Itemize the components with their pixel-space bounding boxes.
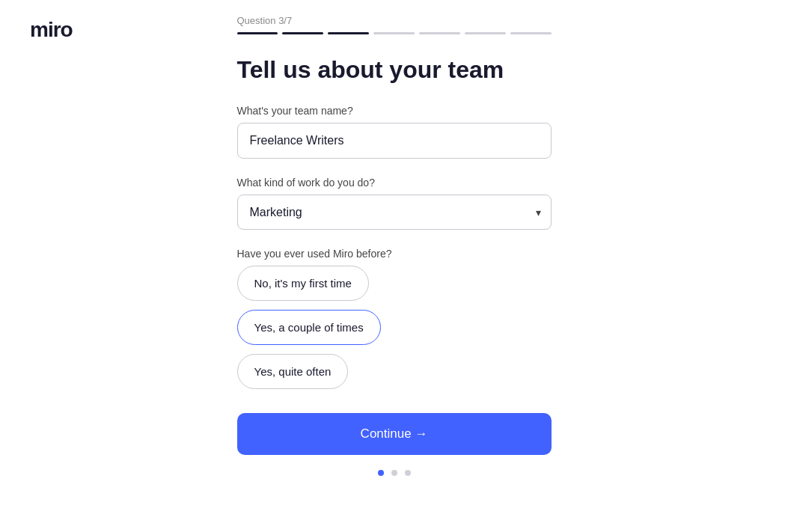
miro-usage-option-couple-times[interactable]: Yes, a couple of times (237, 310, 381, 345)
pagination-dot-1 (378, 470, 384, 476)
question-label: Question 3/7 (237, 15, 552, 26)
progress-segment-7 (510, 32, 552, 34)
work-kind-select-wrapper: Marketing Engineering Design Sales Produ… (237, 195, 552, 230)
team-name-label: What's your team name? (237, 105, 552, 117)
continue-button[interactable]: Continue → (237, 413, 552, 455)
page-title: Tell us about your team (237, 55, 552, 84)
pagination-dot-2 (391, 470, 397, 476)
progress-segment-6 (465, 32, 506, 34)
team-name-input[interactable] (237, 123, 552, 159)
progress-segment-3 (328, 32, 369, 34)
pagination-dots (237, 470, 552, 476)
miro-usage-option-first-time[interactable]: No, it's my first time (237, 266, 369, 301)
miro-logo: miro (30, 18, 73, 42)
progress-segment-2 (282, 32, 323, 34)
main-content: Question 3/7 Tell us about your team Wha… (237, 15, 552, 476)
miro-usage-options: No, it's my first time Yes, a couple of … (237, 266, 552, 389)
work-kind-select[interactable]: Marketing Engineering Design Sales Produ… (237, 195, 552, 230)
work-kind-field-group: What kind of work do you do? Marketing E… (237, 177, 552, 230)
work-kind-label: What kind of work do you do? (237, 177, 552, 189)
progress-segment-1 (237, 32, 278, 34)
miro-usage-option-quite-often[interactable]: Yes, quite often (237, 354, 349, 389)
progress-segment-4 (373, 32, 415, 34)
progress-segment-5 (419, 32, 460, 34)
pagination-dot-3 (405, 470, 411, 476)
progress-bar (237, 32, 552, 34)
miro-usage-field-group: Have you ever used Miro before? No, it's… (237, 248, 552, 389)
team-name-field-group: What's your team name? (237, 105, 552, 159)
miro-usage-label: Have you ever used Miro before? (237, 248, 552, 260)
